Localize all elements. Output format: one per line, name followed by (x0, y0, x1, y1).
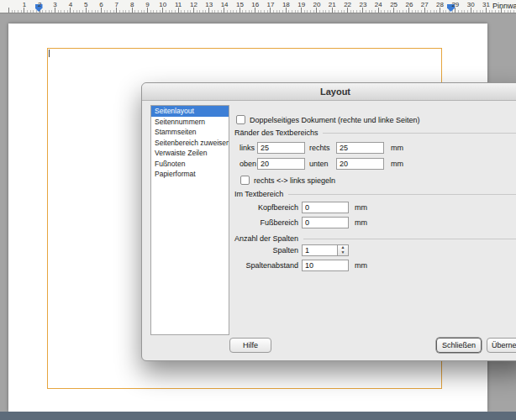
ruler-number: 31 (482, 1, 490, 8)
fussbereich-label: Fußbereich (228, 218, 298, 227)
rechts-label: rechts (309, 144, 330, 152)
group-textbereich-label: Im Textbereich (234, 190, 283, 198)
unit-label-kopf: mm (355, 203, 367, 212)
fussbereich-input[interactable] (302, 217, 349, 228)
ruler-number: 28 (436, 1, 444, 8)
unit-label-abstand: mm (355, 261, 367, 270)
ruler-number: 1 (23, 1, 26, 8)
kopfbereich-label: Kopfbereich (228, 203, 298, 212)
dialog-title: Layout (320, 87, 350, 97)
sidebar-item-seitennummern[interactable]: Seitennummern (151, 117, 229, 128)
oben-label: oben (240, 160, 256, 168)
margin-left-input[interactable] (257, 142, 305, 154)
ruler-number: 6 (99, 1, 103, 8)
ruler-number: 19 (297, 1, 305, 8)
margin-bottom-input[interactable] (336, 158, 384, 170)
ruler-number: 2 (38, 1, 41, 8)
checkbox-label: rechts <-> links spiegeln (254, 176, 335, 185)
ruler-number: 29 (451, 1, 459, 8)
ruler-number: 12 (190, 1, 197, 8)
ruler-number: 25 (390, 1, 398, 8)
sidebar-item-verwaiste-zeilen[interactable]: Verwaiste Zeilen (151, 148, 229, 159)
ruler-number: 27 (421, 1, 429, 8)
text-cursor (49, 50, 50, 57)
ruler-number: 26 (405, 1, 413, 8)
ruler-number: 10 (159, 1, 166, 8)
group-divider (323, 133, 516, 134)
ruler-number: 15 (236, 1, 244, 8)
ruler-number: 18 (282, 1, 290, 8)
ruler-number: 17 (267, 1, 275, 8)
checkbox-label: Doppelseitiges Dokument (rechte und link… (250, 116, 420, 124)
ruler-number: 9 (145, 1, 149, 8)
sidebar-item-stammseiten[interactable]: Stammseiten (151, 127, 229, 138)
dialog-titlebar[interactable]: Layout (142, 83, 516, 101)
unit-label-fuss: mm (355, 218, 367, 227)
app-window: Pinnwand 1234567891011121314151617181920… (0, 0, 516, 420)
ruler-number: 5 (84, 1, 87, 8)
checkbox-box (240, 176, 250, 185)
group-divider (288, 194, 516, 195)
group-spalten-label: Anzahl der Spalten (234, 234, 298, 243)
group-spalten: Anzahl der Spalten (234, 234, 516, 243)
bottom-bar (0, 412, 516, 420)
checkbox-doppelseitiges-dokument[interactable]: Doppelseitiges Dokument (rechte und link… (236, 115, 420, 124)
spaltenabstand-input[interactable] (302, 260, 349, 271)
unit-label-margins-1: mm (391, 144, 403, 152)
pinnwand-label: Pinnwand (492, 2, 516, 10)
margin-right-input[interactable] (336, 142, 384, 154)
ruler-number: 23 (360, 1, 367, 8)
ruler-number: 13 (205, 1, 213, 8)
group-divider (303, 239, 516, 239)
sidebar-item-papierformat[interactable]: Papierformat (151, 169, 229, 180)
unit-label-margins-2: mm (391, 160, 403, 168)
layout-dialog: Layout SeitenlayoutSeitennummernStammsei… (141, 82, 516, 361)
checkbox-box (236, 115, 245, 124)
ruler-number: 30 (467, 1, 475, 8)
group-textbereich: Im Textbereich (234, 190, 516, 198)
ruler-number: 21 (329, 1, 336, 8)
kopfbereich-input[interactable] (302, 202, 349, 213)
ruler-number: 3 (53, 1, 56, 8)
horizontal-ruler[interactable]: Pinnwand 1234567891011121314151617181920… (0, 0, 516, 13)
ruler-number: 8 (130, 1, 134, 8)
spalten-stepper[interactable]: ▲ ▼ (338, 244, 349, 256)
links-label: links (240, 144, 255, 152)
hilfe-button[interactable]: Hilfe (229, 338, 271, 353)
ruler-number: 20 (313, 1, 321, 8)
spinner-down-icon[interactable]: ▼ (338, 250, 348, 255)
schliessen-button[interactable]: Schließen (436, 338, 482, 353)
unten-label: unten (309, 160, 329, 168)
spalten-label: Spalten (228, 246, 298, 255)
spalten-input[interactable] (302, 244, 338, 256)
group-raender-label: Ränder des Textbereichs (234, 129, 318, 137)
ruler-number: 24 (375, 1, 382, 8)
ruler-number: 4 (69, 1, 72, 8)
sidebar-item-seitenlayout[interactable]: Seitenlayout (151, 106, 229, 117)
ruler-number: 11 (175, 1, 182, 8)
ruler-number: 16 (251, 1, 259, 8)
sidebar-item-seitenbereich-zuweisen[interactable]: Seitenbereich zuweisen (151, 138, 229, 149)
category-list[interactable]: SeitenlayoutSeitennummernStammseitenSeit… (150, 105, 229, 335)
ruler-number: 14 (221, 1, 229, 8)
ruler-number: 7 (115, 1, 118, 8)
group-raender: Ränder des Textbereichs (234, 129, 516, 137)
checkbox-spiegeln[interactable]: rechts <-> links spiegeln (240, 176, 335, 185)
sidebar-item-fu-noten[interactable]: Fußnoten (151, 159, 229, 170)
margin-top-input[interactable] (257, 158, 305, 170)
ruler-number: 22 (344, 1, 351, 8)
uebernehmen-button[interactable]: Übernehmen (487, 338, 516, 353)
spaltenabstand-label: Spaltenabstand (228, 261, 298, 270)
